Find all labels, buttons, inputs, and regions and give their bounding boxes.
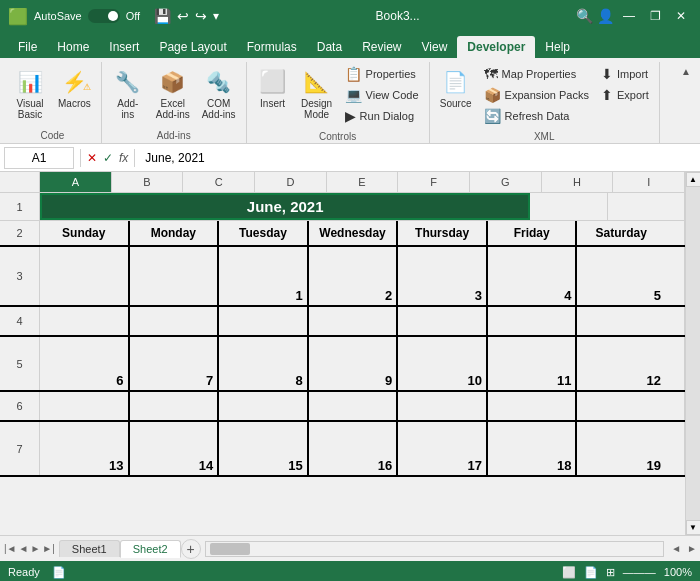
cell-c4[interactable]	[219, 307, 309, 335]
cell-c5[interactable]: 8	[219, 337, 309, 390]
cell-f2[interactable]: Friday	[488, 221, 578, 245]
tab-file[interactable]: File	[8, 36, 47, 58]
cell-h5[interactable]	[665, 337, 685, 390]
col-header-i[interactable]: I	[613, 172, 685, 192]
col-header-g[interactable]: G	[470, 172, 542, 192]
normal-view-icon[interactable]: ⬜	[562, 566, 576, 579]
cell-e5[interactable]: 10	[398, 337, 488, 390]
cell-c7[interactable]: 15	[219, 422, 309, 475]
com-add-ins-button[interactable]: 🔩 COMAdd-ins	[198, 64, 240, 122]
page-layout-icon[interactable]: 📄	[584, 566, 598, 579]
design-mode-button[interactable]: 📐 DesignMode	[297, 64, 337, 122]
scroll-thumb[interactable]	[210, 543, 250, 555]
excel-add-ins-button[interactable]: 📦 ExcelAdd-ins	[152, 64, 194, 122]
tab-formulas[interactable]: Formulas	[237, 36, 307, 58]
nav-prev-icon[interactable]: ◄	[19, 543, 29, 554]
cell-h2[interactable]	[665, 221, 685, 245]
cell-b3[interactable]	[130, 247, 220, 305]
cell-g5[interactable]: 12	[577, 337, 665, 390]
tab-home[interactable]: Home	[47, 36, 99, 58]
cell-b7[interactable]: 14	[130, 422, 220, 475]
cell-d7[interactable]: 16	[309, 422, 399, 475]
redo-icon[interactable]: ↪	[195, 8, 207, 24]
cell-c6[interactable]	[219, 392, 309, 420]
insert-control-button[interactable]: ⬜ Insert	[253, 64, 293, 111]
tab-review[interactable]: Review	[352, 36, 411, 58]
scroll-track[interactable]	[686, 187, 701, 520]
name-box[interactable]	[4, 147, 74, 169]
cell-a3[interactable]	[40, 247, 130, 305]
zoom-slider[interactable]: ———	[623, 566, 656, 578]
cell-e3[interactable]: 3	[398, 247, 488, 305]
confirm-formula-icon[interactable]: ✓	[103, 151, 113, 165]
right-scrollbar[interactable]: ▲ ▼	[685, 172, 700, 535]
run-dialog-button[interactable]: ▶ Run Dialog	[341, 106, 423, 126]
cell-g2[interactable]: Saturday	[577, 221, 665, 245]
cell-f3[interactable]: 4	[488, 247, 578, 305]
nav-next-icon[interactable]: ►	[30, 543, 40, 554]
cell-b2[interactable]: Monday	[130, 221, 220, 245]
col-header-h[interactable]: H	[542, 172, 614, 192]
expansion-packs-button[interactable]: 📦 Expansion Packs	[480, 85, 593, 105]
sheet-tab-1[interactable]: Sheet1	[59, 540, 120, 557]
cell-g3[interactable]: 5	[577, 247, 665, 305]
export-button[interactable]: ⬆ Export	[597, 85, 653, 105]
cell-b4[interactable]	[130, 307, 220, 335]
ribbon-collapse[interactable]: ▲	[681, 62, 696, 143]
minimize-button[interactable]: —	[618, 5, 640, 27]
cell-h4[interactable]	[665, 307, 685, 335]
col-header-d[interactable]: D	[255, 172, 327, 192]
cell-e2[interactable]: Thursday	[398, 221, 488, 245]
cell-d6[interactable]	[309, 392, 399, 420]
scroll-up-button[interactable]: ▲	[686, 172, 701, 187]
cell-d3[interactable]: 2	[309, 247, 399, 305]
account-icon[interactable]: 👤	[597, 8, 614, 24]
close-button[interactable]: ✕	[670, 5, 692, 27]
cell-g6[interactable]	[577, 392, 665, 420]
nav-first-icon[interactable]: |◄	[4, 543, 17, 554]
customize-qat-icon[interactable]: ▾	[213, 9, 219, 23]
col-header-f[interactable]: F	[398, 172, 470, 192]
cell-a2[interactable]: Sunday	[40, 221, 130, 245]
horizontal-scrollbar[interactable]	[205, 541, 665, 557]
tab-developer[interactable]: Developer	[457, 36, 535, 58]
scroll-left-button[interactable]: ◄	[668, 543, 684, 554]
cell-a7[interactable]: 13	[40, 422, 130, 475]
tab-insert[interactable]: Insert	[99, 36, 149, 58]
cell-d5[interactable]: 9	[309, 337, 399, 390]
autosave-toggle[interactable]	[88, 9, 120, 23]
cell-f4[interactable]	[488, 307, 578, 335]
col-header-e[interactable]: E	[327, 172, 399, 192]
properties-button[interactable]: 📋 Properties	[341, 64, 423, 84]
nav-last-icon[interactable]: ►|	[42, 543, 55, 554]
cell-h1[interactable]	[530, 193, 607, 220]
cell-a6[interactable]	[40, 392, 130, 420]
cell-b6[interactable]	[130, 392, 220, 420]
tab-view[interactable]: View	[412, 36, 458, 58]
import-button[interactable]: ⬇ Import	[597, 64, 653, 84]
search-icon[interactable]: 🔍	[576, 8, 593, 24]
cell-h7[interactable]	[665, 422, 685, 475]
map-properties-button[interactable]: 🗺 Map Properties	[480, 64, 593, 84]
cell-e4[interactable]	[398, 307, 488, 335]
cell-e7[interactable]: 17	[398, 422, 488, 475]
col-header-a[interactable]: A	[40, 172, 112, 192]
cell-e6[interactable]	[398, 392, 488, 420]
cell-c2[interactable]: Tuesday	[219, 221, 309, 245]
insert-function-icon[interactable]: fx	[119, 151, 128, 165]
cell-a4[interactable]	[40, 307, 130, 335]
cancel-formula-icon[interactable]: ✕	[87, 151, 97, 165]
tab-data[interactable]: Data	[307, 36, 352, 58]
tab-help[interactable]: Help	[535, 36, 580, 58]
cell-f6[interactable]	[488, 392, 578, 420]
macros-button[interactable]: ⚡ Macros ⚠	[54, 64, 95, 111]
undo-icon[interactable]: ↩	[177, 8, 189, 24]
cell-i1[interactable]	[608, 193, 685, 220]
page-break-icon[interactable]: ⊞	[606, 566, 615, 579]
formula-input[interactable]	[141, 149, 696, 167]
cell-c3[interactable]: 1	[219, 247, 309, 305]
col-header-c[interactable]: C	[183, 172, 255, 192]
scroll-down-button[interactable]: ▼	[686, 520, 701, 535]
maximize-button[interactable]: ❐	[644, 5, 666, 27]
sheet-tab-2[interactable]: Sheet2	[120, 540, 181, 558]
